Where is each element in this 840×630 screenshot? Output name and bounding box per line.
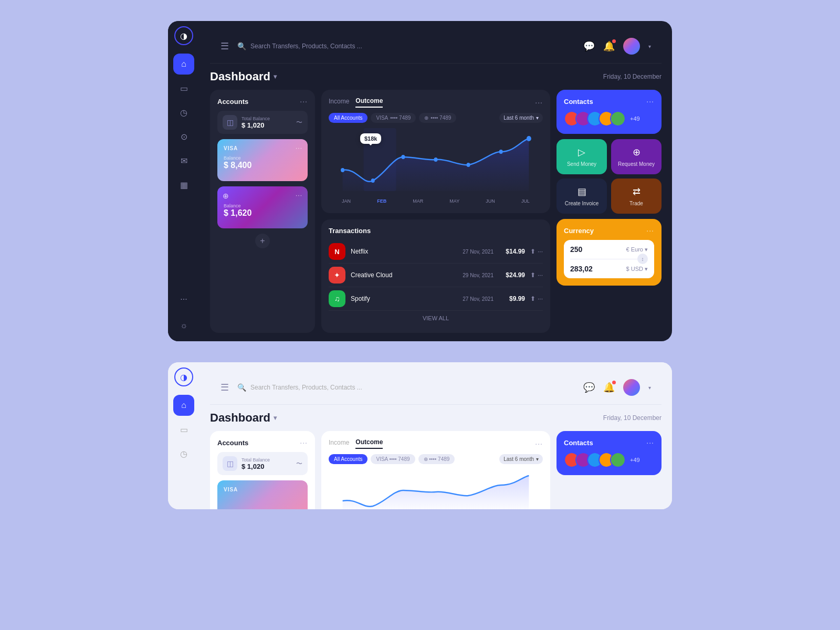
contacts-more-button[interactable]: ··· <box>646 97 654 106</box>
netflix-more-icon[interactable]: ··· <box>538 248 543 255</box>
eye-icon-light[interactable]: 〜 <box>296 459 302 468</box>
currency-from-chevron-icon[interactable]: ▾ <box>645 246 648 253</box>
currency-swap-button[interactable]: ↕ <box>637 254 648 264</box>
sidebar-item-more[interactable]: ··· <box>173 289 194 310</box>
sidebar-item-history-light[interactable]: ◷ <box>173 443 194 464</box>
quick-actions: ▷ Send Money ⊕ Request Money ▤ Create In… <box>556 139 662 214</box>
create-invoice-button[interactable]: ▤ Create Invoice <box>556 178 607 214</box>
trade-button[interactable]: ⇄ Trade <box>611 178 662 214</box>
currency-from-value: 250 <box>570 245 582 254</box>
search-bar[interactable]: 🔍 Search Transfers, Products, Contacts .… <box>237 42 575 50</box>
tab-outcome[interactable]: Outcome <box>355 97 383 108</box>
creative-cloud-more-icon[interactable]: ··· <box>538 271 543 279</box>
view-all-button[interactable]: VIEW ALL <box>329 311 543 326</box>
page-title-chevron-icon[interactable]: ▾ <box>274 73 277 80</box>
avatar-chevron-icon[interactable]: ▾ <box>648 44 651 49</box>
main-content: ☰ 🔍 Search Transfers, Products, Contacts… <box>200 21 672 341</box>
eye-icon[interactable]: 〜 <box>296 118 302 127</box>
period-select[interactable]: Last 6 month ▾ <box>499 113 543 123</box>
bell-icon[interactable]: 🔔 <box>603 40 615 52</box>
spotify-name: Spotify <box>351 295 457 302</box>
contacts-title-light: Contacts <box>564 439 593 447</box>
sidebar: ◑ ⌂ ▭ ◷ ⊙ ✉ ▦ ··· ☼ <box>168 21 200 341</box>
page-title-chevron-light[interactable]: ▾ <box>274 414 277 422</box>
visa-card-more-button[interactable]: ··· <box>296 144 302 152</box>
avatar-chevron-icon-light[interactable]: ▾ <box>648 385 651 391</box>
spotify-upload-icon[interactable]: ⬆ <box>530 295 536 302</box>
avatar[interactable] <box>623 38 640 55</box>
filter-mc-light[interactable]: ⊕ •••• 7489 <box>418 454 455 464</box>
sidebar-item-cards-light[interactable]: ▭ <box>173 419 194 440</box>
hamburger-icon[interactable]: ☰ <box>220 40 229 52</box>
netflix-upload-icon[interactable]: ⬆ <box>530 248 536 255</box>
sidebar-item-cards[interactable]: ▭ <box>173 78 194 99</box>
currency-more-button[interactable]: ··· <box>646 226 654 235</box>
contacts-title: Contacts <box>564 98 593 106</box>
accounts-more-button-light[interactable]: ··· <box>300 438 308 447</box>
visa-brand-light: VISA <box>224 487 301 492</box>
contacts-avatars-light: +49 <box>564 452 654 468</box>
mc-balance-amount: $ 1,620 <box>224 208 301 218</box>
dark-dashboard: ◑ ⌂ ▭ ◷ ⊙ ✉ ▦ ··· ☼ ☰ 🔍 Search Transfers… <box>168 21 672 341</box>
logo-light[interactable]: ◑ <box>174 368 193 386</box>
chat-icon[interactable]: 💬 <box>583 40 595 52</box>
filter-visa-light[interactable]: VISA •••• 7489 <box>371 454 415 464</box>
period-select-light[interactable]: Last 6 month ▾ <box>499 454 543 464</box>
request-money-label: Request Money <box>618 161 655 167</box>
sidebar-item-home-light[interactable]: ⌂ <box>173 395 194 416</box>
send-money-button[interactable]: ▷ Send Money <box>556 139 607 174</box>
contacts-count: +49 <box>630 116 640 122</box>
creative-cloud-upload-icon[interactable]: ⬆ <box>530 271 536 279</box>
sidebar-item-calendar[interactable]: ▦ <box>173 174 194 195</box>
chart-more-button[interactable]: ··· <box>535 98 543 107</box>
tab-income-light[interactable]: Income <box>329 439 349 448</box>
trade-label: Trade <box>629 201 643 206</box>
visa-card[interactable]: VISA ··· Balance $ 8,400 <box>217 139 308 181</box>
bell-icon-light[interactable]: 🔔 <box>603 382 615 393</box>
spotify-more-icon[interactable]: ··· <box>538 295 543 302</box>
tab-outcome-light[interactable]: Outcome <box>355 438 383 449</box>
contacts-more-button-light[interactable]: ··· <box>646 438 654 447</box>
filter-mc[interactable]: ⊕ •••• 7489 <box>419 113 456 123</box>
add-account-button[interactable]: + <box>255 234 270 248</box>
spotify-amount: $9.99 <box>499 295 525 302</box>
creative-cloud-amount: $24.99 <box>499 271 525 279</box>
accounts-panel-header-light: Accounts ··· <box>217 438 308 447</box>
mastercard-card[interactable]: ⊕ ··· Balance $ 1,620 <box>217 186 308 228</box>
sidebar-item-home[interactable]: ⌂ <box>173 54 194 75</box>
sidebar-item-settings[interactable]: ⊙ <box>173 126 194 147</box>
netflix-amount: $14.99 <box>499 248 525 255</box>
topnav: ☰ 🔍 Search Transfers, Products, Contacts… <box>210 29 662 64</box>
hamburger-icon-light[interactable]: ☰ <box>220 382 229 393</box>
currency-from-type: € Euro ▾ <box>626 246 648 253</box>
currency-to-chevron-icon[interactable]: ▾ <box>645 266 648 272</box>
logo[interactable]: ◑ <box>174 26 193 45</box>
chat-icon-light[interactable]: 💬 <box>583 382 595 393</box>
netflix-actions: ⬆ ··· <box>530 248 543 255</box>
sidebar-item-theme[interactable]: ☼ <box>173 315 194 336</box>
trade-icon: ⇄ <box>633 186 640 197</box>
sidebar-item-messages[interactable]: ✉ <box>173 150 194 171</box>
filter-all-accounts[interactable]: All Accounts <box>329 113 368 123</box>
creative-cloud-icon: ✦ <box>329 267 345 284</box>
spotify-actions: ⬆ ··· <box>530 295 543 302</box>
chart-tabs-light: Income Outcome ··· <box>329 438 543 449</box>
light-dashboard: ◑ ⌂ ▭ ◷ ☰ 🔍 Search Transfers, Products, … <box>168 362 672 509</box>
sidebar-item-history[interactable]: ◷ <box>173 102 194 123</box>
currency-converter: 250 € Euro ▾ ↕ 283,02 <box>564 240 654 278</box>
period-chevron-icon-light: ▾ <box>536 456 539 462</box>
creative-cloud-name: Creative Cloud <box>351 271 457 279</box>
chart-more-button-light[interactable]: ··· <box>535 439 543 448</box>
request-money-button[interactable]: ⊕ Request Money <box>611 139 662 174</box>
filter-visa[interactable]: VISA •••• 7489 <box>371 113 416 123</box>
search-bar-light[interactable]: 🔍 Search Transfers, Products, Contacts .… <box>237 383 575 392</box>
total-balance-row: ◫ Total Balance $ 1,020 〜 <box>217 111 308 134</box>
avatar-light[interactable] <box>623 379 640 396</box>
mc-card-more-button[interactable]: ··· <box>296 192 302 199</box>
svg-point-4 <box>467 163 470 167</box>
accounts-more-button[interactable]: ··· <box>300 97 308 106</box>
contacts-avatars: +49 <box>564 111 654 127</box>
visa-card-light[interactable]: VISA <box>217 480 308 509</box>
filter-all-accounts-light[interactable]: All Accounts <box>329 454 368 464</box>
tab-income[interactable]: Income <box>329 98 349 107</box>
